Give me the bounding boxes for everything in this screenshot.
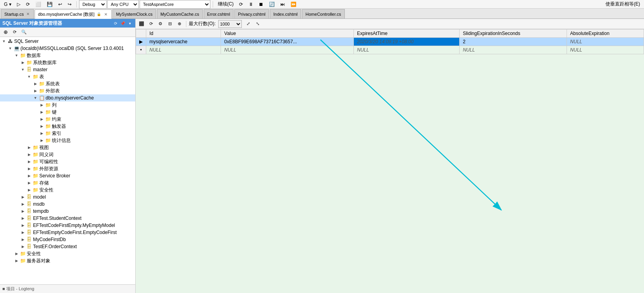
tree-item-root-security[interactable]: ▶ 📁 安全性 bbox=[0, 250, 135, 257]
row1-id[interactable]: mysqlservercache bbox=[146, 38, 221, 46]
sidebar-filter-btn[interactable]: 🔍 bbox=[20, 28, 28, 37]
menu-edit[interactable]: ⟳ bbox=[24, 1, 32, 8]
tree-item-sys-tables[interactable]: ▶ 📁 系统表 bbox=[0, 80, 135, 87]
menu-view[interactable]: ⬜ bbox=[33, 1, 44, 8]
tree-toggle-root-security[interactable]: ▶ bbox=[13, 251, 20, 257]
tree-toggle-sql-server[interactable]: ▼ bbox=[1, 38, 7, 44]
tree-item-statistics[interactable]: ▶ 📁 统计信息 bbox=[0, 137, 135, 144]
tree-toggle-keys[interactable]: ▶ bbox=[39, 109, 45, 115]
project-dropdown[interactable]: TestAspnetCore bbox=[140, 0, 210, 9]
tree-item-server-objects[interactable]: ▶ 📁 服务器对象 bbox=[0, 257, 135, 264]
menu-refresh[interactable]: ⟳ bbox=[237, 1, 245, 8]
tree-item-indexes[interactable]: ▶ 📁 索引 bbox=[0, 130, 135, 137]
menu-g[interactable]: G ▾ bbox=[2, 1, 14, 8]
tree-toggle-synonyms[interactable]: ▶ bbox=[26, 151, 32, 158]
row1-sliding[interactable]: 2 bbox=[460, 38, 567, 46]
menu-step-over[interactable]: ⏭ bbox=[278, 1, 287, 8]
tree-item-synonyms[interactable]: ▶ 📁 同义词 bbox=[0, 151, 135, 158]
row1-value[interactable]: 0xE8BF99E698AF73716C73657... bbox=[221, 38, 354, 46]
tree-toggle-msdb[interactable]: ▶ bbox=[20, 201, 26, 207]
tree-toggle-master[interactable]: ▼ bbox=[20, 66, 26, 73]
tree-toggle-model[interactable]: ▶ bbox=[20, 194, 26, 200]
query-filter-btn[interactable]: ⚙ bbox=[156, 20, 165, 28]
tab-index[interactable]: Index.cshtml bbox=[270, 9, 301, 18]
table-row[interactable]: • NULL NULL NULL NULL NULL bbox=[136, 46, 644, 54]
tree-toggle-sys-tables[interactable]: ▶ bbox=[32, 81, 39, 87]
tree-toggle-ext-tables[interactable]: ▶ bbox=[32, 88, 39, 94]
tree-item-constraints[interactable]: ▶ 📁 约束 bbox=[0, 116, 135, 123]
max-rows-select[interactable]: 1000 bbox=[218, 20, 242, 28]
tree-toggle-service-broker[interactable]: ▶ bbox=[26, 173, 32, 179]
menu-save[interactable]: 💾 bbox=[44, 1, 55, 8]
sidebar-refresh-toolbar-btn[interactable]: ⟳ bbox=[10, 28, 19, 37]
tree-item-localdb[interactable]: ▼ 💻 (localdb)\MSSQLLocalDB (SQL Server 1… bbox=[0, 45, 135, 52]
tree-item-ext-tables[interactable]: ▶ 📁 外部表 bbox=[0, 87, 135, 94]
tree-item-views[interactable]: ▶ 📁 视图 bbox=[0, 144, 135, 151]
tree-toggle-mycodefirst[interactable]: ▶ bbox=[20, 236, 26, 243]
tree-item-ef-student[interactable]: ▶ 🗄 EFTest.StudentContext bbox=[0, 215, 135, 222]
tree-toggle-databases[interactable]: ▼ bbox=[13, 52, 20, 59]
tree-toggle-testef[interactable]: ▶ bbox=[20, 243, 26, 250]
tree-toggle-programmability[interactable]: ▶ bbox=[26, 158, 32, 165]
query-filter2-btn[interactable]: ⊟ bbox=[166, 20, 174, 28]
tree-item-databases[interactable]: ▼ 📁 数据库 bbox=[0, 52, 135, 59]
tab-error[interactable]: Error.cshtml bbox=[204, 9, 234, 18]
tree-item-tables[interactable]: ▼ 📁 表 bbox=[0, 73, 135, 80]
results-container[interactable]: Id Value ExpiresAtTime SlidingExpiration… bbox=[136, 29, 644, 293]
sidebar-pin-btn[interactable]: 📌 bbox=[120, 20, 126, 26]
sidebar-menu-btn[interactable]: ▾ bbox=[127, 20, 133, 26]
tree-item-msdb[interactable]: ▶ 🗄 msdb bbox=[0, 201, 135, 208]
tree-toggle-ef-empty2[interactable]: ▶ bbox=[20, 229, 26, 236]
tree-item-sql-server[interactable]: ▼ 🖧 SQL Server bbox=[0, 38, 135, 45]
tab-startup-close[interactable]: ✕ bbox=[26, 12, 30, 16]
tree-toggle-server-objects[interactable]: ▶ bbox=[13, 258, 20, 264]
tree-item-mycodefirst[interactable]: ▶ 🗄 MyCodeFirstDb bbox=[0, 236, 135, 243]
sidebar-new-btn[interactable]: ⊕ bbox=[2, 28, 9, 36]
query-add-btn[interactable]: ⊕ bbox=[175, 20, 184, 28]
debug-dropdown[interactable]: Debug bbox=[79, 0, 107, 9]
menu-continue[interactable]: 继续(C) bbox=[215, 0, 236, 8]
tree-item-system-dbs[interactable]: ▶ 📁 系统数据库 bbox=[0, 59, 135, 66]
tab-cache-close[interactable]: ✕ bbox=[103, 12, 108, 17]
tree-item-programmability[interactable]: ▶ 📁 可编程性 bbox=[0, 158, 135, 165]
menu-redo[interactable]: ↪ bbox=[65, 1, 74, 8]
query-expand-btn[interactable]: ⤢ bbox=[244, 20, 253, 28]
tree-item-storage[interactable]: ▶ 📁 存储 bbox=[0, 179, 135, 186]
tab-privacy[interactable]: Privacy.cshtml bbox=[234, 9, 269, 18]
tree-item-columns[interactable]: ▶ 📁 列 bbox=[0, 101, 135, 109]
tree-toggle-ef-student[interactable]: ▶ bbox=[20, 215, 26, 221]
tree-item-master[interactable]: ▼ 🗄 master bbox=[0, 66, 135, 73]
menu-pause[interactable]: ⏸ bbox=[246, 1, 256, 8]
tree-item-triggers[interactable]: ▶ 📁 触发器 bbox=[0, 123, 135, 130]
tree-toggle-dbo-cache[interactable]: ▼ bbox=[32, 95, 39, 101]
row1-absolute[interactable]: NULL bbox=[567, 38, 644, 46]
menu-restart[interactable]: 🔄 bbox=[267, 1, 277, 8]
menu-stop[interactable]: ⏹ bbox=[256, 1, 266, 8]
tree-item-tempdb[interactable]: ▶ 🗄 tempdb bbox=[0, 208, 135, 215]
tree-toggle-system-dbs[interactable]: ▶ bbox=[20, 59, 26, 66]
tree-item-testef[interactable]: ▶ 🗄 TestEF.OrderContext bbox=[0, 243, 135, 250]
tree-toggle-indexes[interactable]: ▶ bbox=[39, 130, 45, 136]
tree-toggle-localdb[interactable]: ▼ bbox=[7, 45, 13, 52]
row2-absolute[interactable]: NULL bbox=[567, 46, 644, 54]
row2-sliding[interactable]: NULL bbox=[460, 46, 567, 54]
row2-expires[interactable]: NULL bbox=[354, 46, 460, 54]
tab-cache[interactable]: dbo.mysqlserverCache [数据] 🔒 ✕ bbox=[35, 9, 112, 19]
tree-item-security-master[interactable]: ▶ 📁 安全性 bbox=[0, 186, 135, 193]
tree-toggle-security-master[interactable]: ▶ bbox=[26, 187, 32, 193]
tab-clock[interactable]: MySystemClock.cs bbox=[112, 9, 156, 18]
menu-undo[interactable]: ↩ bbox=[56, 1, 64, 8]
query-contract-btn[interactable]: ⤡ bbox=[254, 20, 262, 28]
tree-item-ef-empty2[interactable]: ▶ 🗄 EFTestEmptyCodeFirst.EmptyCodeFirst bbox=[0, 229, 135, 236]
query-refresh-btn[interactable]: ⟳ bbox=[147, 20, 155, 28]
menu-quick-search[interactable]: 使垂直距相等(E) bbox=[603, 0, 642, 8]
tree-item-model[interactable]: ▶ 🗄 model bbox=[0, 193, 135, 201]
tree-toggle-tempdb[interactable]: ▶ bbox=[20, 208, 26, 214]
tree-toggle-triggers[interactable]: ▶ bbox=[39, 123, 45, 129]
tree-item-dbo-cache[interactable]: ▼ 📋 dbo.mysqlserverCache bbox=[0, 94, 135, 101]
row2-value[interactable]: NULL bbox=[221, 46, 354, 54]
tree-item-service-broker[interactable]: ▶ 📁 Service Broker bbox=[0, 172, 135, 179]
menu-step-in[interactable]: ⏩ bbox=[288, 1, 299, 8]
tree-toggle-ext-resources[interactable]: ▶ bbox=[26, 166, 32, 172]
tree-toggle-statistics[interactable]: ▶ bbox=[39, 137, 45, 144]
